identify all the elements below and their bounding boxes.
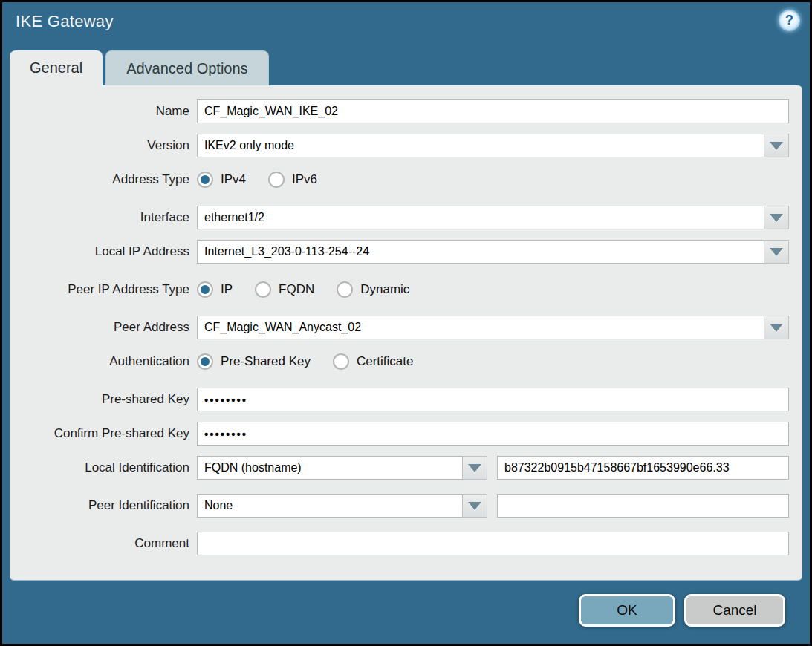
peer-identification-value-input[interactable] [497,494,789,518]
radio-pre-shared-key[interactable]: Pre-Shared Key [197,353,311,370]
ok-button[interactable]: OK [579,594,675,627]
radio-selected-icon [197,353,213,370]
peer-address-row: Peer Address [10,316,789,339]
local-identification-label: Local Identification [10,460,189,475]
radio-certificate[interactable]: Certificate [333,353,414,370]
ike-gateway-dialog: IKE Gateway ? General Advanced Options N… [2,2,810,644]
comment-row: Comment [10,532,789,555]
tab-general[interactable]: General [10,50,103,85]
name-row: Name [10,99,789,123]
address-type-label: Address Type [10,172,189,187]
dialog-footer: OK Cancel [579,594,785,627]
peer-identification-label: Peer Identification [10,498,189,513]
peer-identification-type-dropdown [197,494,487,518]
local-identification-value-input[interactable] [497,456,789,480]
dialog-title: IKE Gateway [16,12,114,31]
authentication-label: Authentication [10,354,189,369]
name-input[interactable] [197,99,789,123]
peer-ip-type-radio-group: IP FQDN Dynamic [197,281,789,298]
chevron-down-icon [468,464,481,472]
confirm-pre-shared-key-row: Confirm Pre-shared Key [10,422,789,446]
authentication-row: Authentication Pre-Shared Key Certificat… [10,350,789,373]
peer-ip-type-row: Peer IP Address Type IP FQDN Dynamic [10,278,789,301]
local-ip-input[interactable] [197,240,764,264]
confirm-pre-shared-key-label: Confirm Pre-shared Key [10,426,189,441]
chevron-down-icon [770,214,783,222]
peer-address-input[interactable] [197,316,764,339]
name-label: Name [10,104,189,119]
radio-unselected-icon [333,353,349,370]
radio-unselected-icon [337,281,353,298]
local-identification-type-input[interactable] [197,456,462,480]
local-ip-row: Local IP Address [10,240,789,264]
local-ip-label: Local IP Address [10,244,189,259]
interface-dropdown [197,206,789,229]
peer-address-dropdown [197,316,789,339]
help-icon[interactable]: ? [779,10,800,31]
confirm-pre-shared-key-input[interactable] [197,422,789,446]
peer-identification-controls [197,494,789,518]
radio-ipv6[interactable]: IPv6 [268,172,317,188]
local-identification-type-dropdown [197,456,487,480]
peer-address-label: Peer Address [10,320,189,335]
chevron-down-icon [770,142,783,150]
interface-input[interactable] [197,206,764,229]
local-identification-row: Local Identification [10,456,789,480]
interface-row: Interface [10,206,789,229]
radio-selected-icon [197,172,213,188]
general-tab-panel: Name Version Address Type IPv4 [10,85,802,580]
radio-fqdn[interactable]: FQDN [255,281,314,298]
peer-identification-dropdown-button[interactable] [462,494,487,518]
peer-address-dropdown-button[interactable] [764,316,789,339]
local-identification-dropdown-button[interactable] [462,456,487,480]
tab-bar: General Advanced Options [10,50,269,85]
peer-ip-type-label: Peer IP Address Type [10,282,189,297]
address-type-radio-group: IPv4 IPv6 [197,172,789,188]
version-dropdown-button[interactable] [764,134,789,157]
radio-dynamic[interactable]: Dynamic [337,281,409,298]
tab-advanced-options[interactable]: Advanced Options [105,50,268,85]
pre-shared-key-row: Pre-shared Key [10,388,789,411]
local-ip-dropdown [197,240,789,264]
address-type-row: Address Type IPv4 IPv6 [10,168,789,192]
chevron-down-icon [770,248,783,256]
radio-ipv4[interactable]: IPv4 [197,172,246,188]
peer-identification-row: Peer Identification [10,494,789,518]
cancel-button[interactable]: Cancel [684,594,785,627]
radio-selected-icon [197,281,213,298]
radio-unselected-icon [255,281,271,298]
version-label: Version [10,138,189,153]
version-row: Version [10,134,789,157]
interface-label: Interface [10,210,189,225]
pre-shared-key-input[interactable] [197,388,789,411]
authentication-radio-group: Pre-Shared Key Certificate [197,353,789,370]
comment-label: Comment [10,536,189,551]
chevron-down-icon [770,324,783,332]
peer-identification-type-input[interactable] [197,494,462,518]
version-dropdown [197,134,789,157]
interface-dropdown-button[interactable] [764,206,789,229]
version-input[interactable] [197,134,764,157]
local-identification-controls [197,456,789,480]
comment-input[interactable] [197,532,789,555]
radio-ip[interactable]: IP [197,281,233,298]
pre-shared-key-label: Pre-shared Key [10,392,189,407]
chevron-down-icon [468,502,481,510]
radio-unselected-icon [268,172,285,188]
local-ip-dropdown-button[interactable] [764,240,789,264]
